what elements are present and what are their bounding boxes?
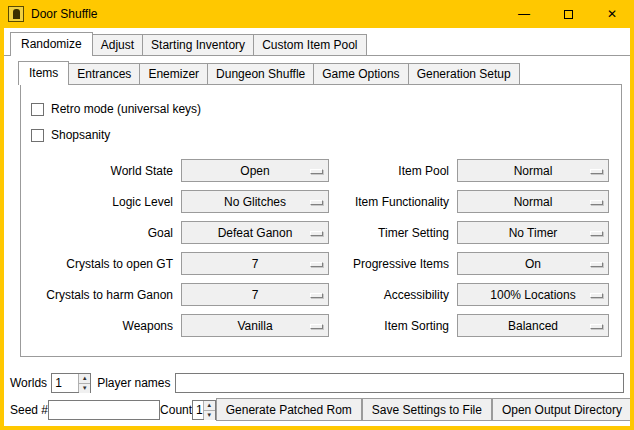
- app-icon: [8, 6, 24, 22]
- spin-up-icon[interactable]: ▲: [204, 401, 215, 410]
- item-functionality-label: Item Functionality: [335, 195, 451, 209]
- crystals-ganon-label: Crystals to harm Ganon: [29, 288, 175, 302]
- dropdown-indicator-icon: [310, 231, 323, 236]
- spin-up-icon[interactable]: ▲: [79, 374, 90, 383]
- tab-dungeon-shuffle[interactable]: Dungeon Shuffle: [207, 63, 314, 84]
- bottom-frame: Worlds 1 ▲ ▼ Player names Seed #: [4, 367, 630, 426]
- tab-enemizer[interactable]: Enemizer: [139, 63, 208, 84]
- worlds-spinner[interactable]: 1 ▲ ▼: [51, 373, 91, 393]
- item-sorting-dropdown[interactable]: Balanced: [457, 314, 609, 337]
- window-title: Door Shuffle: [31, 7, 98, 21]
- goal-dropdown[interactable]: Defeat Ganon: [181, 221, 329, 244]
- crystals-gt-label: Crystals to open GT: [29, 257, 175, 271]
- weapons-label: Weapons: [29, 319, 175, 333]
- goal-label: Goal: [29, 226, 175, 240]
- count-label: Count: [160, 403, 192, 417]
- generate-patched-rom-button[interactable]: Generate Patched Rom: [216, 398, 362, 421]
- accessibility-label: Accessibility: [335, 288, 451, 302]
- open-output-directory-button[interactable]: Open Output Directory: [492, 398, 630, 421]
- tab-entrances[interactable]: Entrances: [68, 63, 140, 84]
- tab-generation-setup[interactable]: Generation Setup: [408, 63, 520, 84]
- dropdown-value: Normal: [514, 195, 553, 209]
- sub-tabbar: Items Entrances Enemizer Dungeon Shuffle…: [4, 56, 630, 84]
- player-names-input[interactable]: [175, 373, 625, 393]
- retro-mode-label: Retro mode (universal keys): [51, 102, 201, 116]
- checkbox-icon[interactable]: [31, 129, 44, 142]
- retro-mode-checkbox[interactable]: Retro mode (universal keys): [31, 99, 613, 119]
- dropdown-indicator-icon: [590, 293, 603, 298]
- item-pool-dropdown[interactable]: Normal: [457, 159, 609, 182]
- dropdown-indicator-icon: [590, 169, 603, 174]
- dropdown-indicator-icon: [310, 262, 323, 267]
- tab-items[interactable]: Items: [18, 61, 69, 85]
- seed-input[interactable]: [48, 400, 160, 420]
- dropdown-indicator-icon: [590, 231, 603, 236]
- shopsanity-checkbox[interactable]: Shopsanity: [31, 125, 613, 145]
- dropdown-value: Vanilla: [237, 319, 272, 333]
- dropdown-indicator-icon: [590, 324, 603, 329]
- dropdown-value: Balanced: [508, 319, 558, 333]
- window-body: Randomize Adjust Starting Inventory Cust…: [4, 28, 630, 426]
- dropdown-value: Open: [240, 164, 269, 178]
- items-pane: Retro mode (universal keys) Shopsanity W…: [20, 84, 622, 357]
- dropdown-indicator-icon: [590, 200, 603, 205]
- crystals-gt-dropdown[interactable]: 7: [181, 252, 329, 275]
- titlebar[interactable]: Door Shuffle — ✕: [0, 0, 634, 28]
- progressive-items-dropdown[interactable]: On: [457, 252, 609, 275]
- main-tabbar: Randomize Adjust Starting Inventory Cust…: [4, 28, 630, 55]
- dropdown-indicator-icon: [310, 169, 323, 174]
- dropdown-indicator-icon: [310, 324, 323, 329]
- dropdown-value: Defeat Ganon: [218, 226, 293, 240]
- dropdown-value: No Glitches: [224, 195, 286, 209]
- logic-level-label: Logic Level: [29, 195, 175, 209]
- world-state-dropdown[interactable]: Open: [181, 159, 329, 182]
- dropdown-value: On: [525, 257, 541, 271]
- world-state-label: World State: [29, 164, 175, 178]
- dropdown-indicator-icon: [590, 262, 603, 267]
- app-window: Door Shuffle — ✕ Randomize Adjust Starti…: [0, 0, 634, 430]
- worlds-value: 1: [52, 374, 78, 392]
- dropdown-indicator-icon: [310, 293, 323, 298]
- accessibility-dropdown[interactable]: 100% Locations: [457, 283, 609, 306]
- count-spinner[interactable]: 1 ▲ ▼: [192, 400, 216, 420]
- seed-row: Seed # Count 1 ▲ ▼ Generate Patched Rom …: [10, 398, 624, 421]
- spin-down-icon[interactable]: ▼: [204, 410, 215, 420]
- item-pool-label: Item Pool: [335, 164, 451, 178]
- dropdown-value: 100% Locations: [490, 288, 575, 302]
- weapons-dropdown[interactable]: Vanilla: [181, 314, 329, 337]
- minimize-icon[interactable]: —: [502, 0, 546, 28]
- logic-level-dropdown[interactable]: No Glitches: [181, 190, 329, 213]
- dropdown-value: No Timer: [509, 226, 558, 240]
- worlds-row: Worlds 1 ▲ ▼ Player names: [10, 371, 624, 394]
- checkbox-icon[interactable]: [31, 103, 44, 116]
- progressive-items-label: Progressive Items: [335, 257, 451, 271]
- dropdown-value: Normal: [514, 164, 553, 178]
- tab-game-options[interactable]: Game Options: [313, 63, 408, 84]
- item-sorting-label: Item Sorting: [335, 319, 451, 333]
- count-value: 1: [193, 401, 203, 419]
- options-grid: World State Open Item Pool Normal Logic …: [29, 159, 613, 337]
- crystals-ganon-dropdown[interactable]: 7: [181, 283, 329, 306]
- shopsanity-label: Shopsanity: [51, 128, 110, 142]
- maximize-icon[interactable]: [546, 0, 590, 28]
- seed-label: Seed #: [10, 403, 48, 417]
- tab-adjust[interactable]: Adjust: [92, 34, 143, 55]
- randomize-pane: Items Entrances Enemizer Dungeon Shuffle…: [4, 55, 630, 367]
- player-names-label: Player names: [97, 376, 170, 390]
- tab-randomize[interactable]: Randomize: [10, 32, 93, 56]
- close-icon[interactable]: ✕: [590, 0, 634, 28]
- dropdown-value: 7: [252, 288, 259, 302]
- dropdown-value: 7: [252, 257, 259, 271]
- dropdown-indicator-icon: [310, 200, 323, 205]
- timer-setting-dropdown[interactable]: No Timer: [457, 221, 609, 244]
- spin-down-icon[interactable]: ▼: [79, 383, 90, 393]
- save-settings-button[interactable]: Save Settings to File: [362, 398, 492, 421]
- worlds-label: Worlds: [10, 376, 47, 390]
- tab-starting-inventory[interactable]: Starting Inventory: [142, 34, 254, 55]
- tab-custom-item-pool[interactable]: Custom Item Pool: [253, 34, 366, 55]
- timer-setting-label: Timer Setting: [335, 226, 451, 240]
- item-functionality-dropdown[interactable]: Normal: [457, 190, 609, 213]
